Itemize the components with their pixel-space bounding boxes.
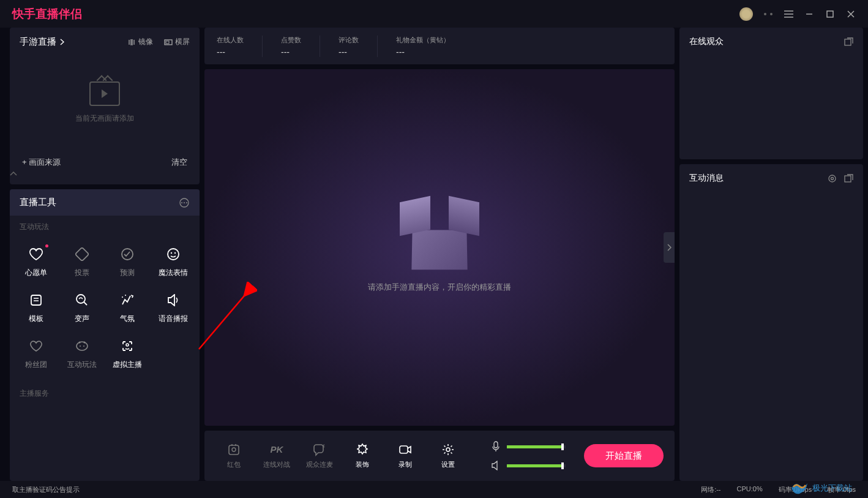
svg-point-21 [126,344,129,346]
tool-语音播报[interactable]: 语音播报 [151,285,196,331]
notification-dot [45,244,48,247]
tool-预测[interactable]: 预测 [105,240,151,285]
mic-volume-slider[interactable] [507,445,566,448]
bottom-bar: 红包PK连线对战观众连麦装饰录制设置 开始直播 [204,431,675,481]
tool-心愿单[interactable]: 心愿单 [13,240,59,285]
tv-icon [89,81,120,106]
titlebar: 快手直播伴侣 [0,0,868,28]
tool-label: 投票 [75,268,89,278]
svg-point-18 [83,342,85,344]
avatar[interactable] [739,7,753,21]
bottom-tool-装饰[interactable]: 装饰 [344,443,381,469]
clear-button[interactable]: 清空 [171,157,187,168]
speaker-icon[interactable] [491,461,501,470]
tool-icon [29,247,43,262]
empty-text: 当前无画面请添加 [75,113,134,124]
btool-label: 录制 [398,460,412,469]
svg-rect-22 [229,445,239,455]
bitrate-status: 码率:0kbps [779,485,812,494]
svg-point-6 [186,202,187,203]
tool-label: 虚拟主播 [113,360,142,370]
tool-模板[interactable]: 模板 [13,285,59,331]
btool-label: 设置 [441,460,455,469]
tool-虚拟主播[interactable]: 虚拟主播 [105,331,151,377]
bottom-tools: 红包PK连线对战观众连麦装饰录制设置 [215,443,466,469]
app-logo: 快手直播伴侣 [12,6,82,22]
fps-status: 帧率:0fps [828,485,856,494]
tool-魔法表情[interactable]: 魔法表情 [151,240,196,285]
bottom-tool-红包[interactable]: 红包 [215,443,252,469]
mirror-toggle[interactable]: 镜像 [127,37,153,47]
btool-icon [441,443,455,456]
popout-icon[interactable] [844,174,853,183]
btool-icon [313,443,326,456]
minimize-icon[interactable] [804,9,814,19]
preview-empty: 当前无画面请添加 [10,56,200,148]
section-interactive: 互动玩法 [10,216,200,235]
start-stream-button[interactable]: 开始直播 [584,444,664,467]
stat-value: --- [339,47,359,57]
popout-icon[interactable] [844,37,853,47]
stat-label: 在线人数 [217,36,244,45]
btool-label: 装饰 [356,460,369,469]
svg-point-23 [232,448,236,451]
tools-panel: 直播工具 互动玩法 心愿单投票预测魔法表情模板变声气氛语音播报粉丝团互动玩法虚拟… [10,189,200,481]
collapse-toggle[interactable] [10,168,200,176]
btool-icon [227,443,241,456]
canvas-area: 请添加手游直播内容，开启你的精彩直播 [204,69,675,426]
tool-grid: 心愿单投票预测魔法表情模板变声气氛语音播报粉丝团互动玩法虚拟主播 [10,235,200,382]
audience-panel: 在线观众 [679,28,863,159]
bottom-tool-观众连麦[interactable]: 观众连麦 [301,443,338,469]
svg-point-16 [77,342,88,350]
source-panel: 手游直播 镜像 横屏 当前无画面请添加 [10,28,200,184]
bottom-tool-录制[interactable]: 录制 [387,443,424,469]
add-source-button[interactable]: + 画面来源 [22,157,61,168]
gear-icon[interactable] [828,174,837,183]
stat-点赞数: 点赞数--- [281,36,320,57]
status-dots [764,13,773,15]
close-icon[interactable] [846,9,856,19]
tool-气氛[interactable]: 气氛 [105,285,151,331]
tool-变声[interactable]: 变声 [59,285,105,331]
tool-icon [75,339,89,353]
mirror-label: 镜像 [138,37,153,47]
messages-title: 互动消息 [689,173,724,184]
more-icon[interactable] [179,197,190,208]
tool-互动玩法[interactable]: 互动玩法 [59,331,105,377]
svg-point-5 [184,202,185,203]
stat-value: --- [217,47,244,57]
bottom-tool-连线对战[interactable]: PK连线对战 [258,443,295,469]
stat-value: --- [281,47,301,57]
titlebar-controls [739,7,856,21]
left-sidebar: 手游直播 镜像 横屏 当前无画面请添加 [10,28,200,481]
empty-box-icon [403,202,476,270]
svg-point-11 [174,252,176,254]
btool-icon: PK [270,443,283,456]
maximize-icon[interactable] [825,9,835,19]
tools-header: 直播工具 [10,189,200,216]
mic-icon[interactable] [491,441,501,452]
tool-icon [166,247,181,262]
category-selector[interactable]: 手游直播 [20,36,64,48]
bottom-tool-设置[interactable]: 设置 [430,443,466,469]
svg-point-4 [181,202,182,203]
svg-rect-30 [845,176,851,182]
status-notice: 取主播验证码公告提示 [12,485,80,494]
expand-button[interactable] [664,232,675,263]
svg-point-29 [831,177,834,179]
tool-粉丝团[interactable]: 粉丝团 [13,331,59,377]
orientation-toggle[interactable]: 横屏 [164,37,190,47]
stats-bar: 在线人数---点赞数---评论数---礼物金额（黄钻）--- [204,28,675,64]
tool-label: 互动玩法 [67,360,97,370]
tool-label: 魔法表情 [159,268,188,278]
center-area: 在线人数---点赞数---评论数---礼物金额（黄钻）--- 请添加手游直播内容… [204,28,675,481]
btool-icon [356,443,369,456]
tool-icon [75,293,89,307]
svg-rect-0 [827,11,833,17]
landscape-icon [164,39,173,46]
tool-投票[interactable]: 投票 [59,240,105,285]
svg-point-28 [829,175,836,182]
speaker-volume-slider[interactable] [507,464,566,467]
svg-rect-12 [31,295,41,305]
menu-icon[interactable] [784,9,793,19]
